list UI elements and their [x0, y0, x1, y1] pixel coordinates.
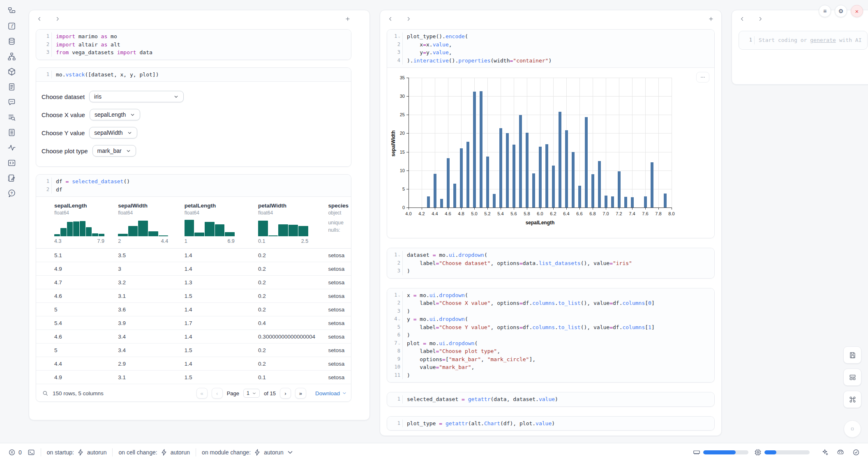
sidebar-item-scratchpad[interactable]	[5, 111, 18, 123]
choose-plot-type-select[interactable]: mark_bar	[92, 145, 136, 157]
code-editor[interactable]: 1⌄23dataset = mo.ui.dropdown( label="Cho…	[387, 248, 714, 278]
choose-dataset-select[interactable]: iris	[89, 91, 184, 102]
chevron-right-icon[interactable]	[53, 14, 62, 23]
code-editor[interactable]: 12df = selected_dataset()df	[36, 175, 351, 197]
table-row[interactable]: 53.41.50.2setosa	[36, 343, 351, 357]
run-mode-label: on module change:	[202, 449, 251, 456]
table-cell: 3.9	[116, 316, 183, 330]
table-row[interactable]: 4.63.11.50.2setosa	[36, 289, 351, 303]
shutdown-button[interactable]: ×	[851, 5, 863, 17]
sidebar-item-notebook[interactable]	[5, 172, 18, 184]
sidebar-item-dependency-graph[interactable]	[5, 51, 18, 62]
last-page-button[interactable]: »	[295, 388, 306, 399]
sidebar-item-variables[interactable]: f	[5, 20, 18, 32]
search-icon[interactable]	[42, 390, 48, 396]
command-palette-button[interactable]	[843, 391, 861, 408]
empty-cell-editor[interactable]: 1 Start coding or generate with AI	[739, 31, 868, 50]
fold-chevron-icon[interactable]: ⌄	[398, 339, 400, 348]
table-row[interactable]: 5.13.51.40.2setosa	[36, 249, 351, 262]
settings-button[interactable]: ⚙	[835, 5, 847, 17]
sidebar-item-help[interactable]: ?	[5, 187, 18, 199]
code-line: )	[407, 331, 714, 339]
sidebar-item-datasources[interactable]	[5, 35, 18, 47]
run-mode-on-cell-change[interactable]: on cell change:autorun	[118, 449, 190, 456]
sidebar-item-ai-chat[interactable]	[5, 96, 18, 108]
copilot-button[interactable]	[837, 449, 844, 456]
error-indicator[interactable]: 0	[8, 449, 22, 456]
chevron-left-icon[interactable]	[738, 14, 747, 23]
code-editor[interactable]: 1plot_type = getattr(alt.Chart(df), plot…	[387, 417, 714, 431]
previous-page-button[interactable]: ‹	[212, 388, 223, 399]
download-link[interactable]: Download	[315, 390, 347, 396]
close-icon: ×	[855, 8, 859, 15]
chevron-left-icon[interactable]	[386, 14, 395, 23]
line-number: 2	[46, 186, 49, 194]
column-header-species[interactable]: speciesobjectuniquenulls:	[326, 197, 351, 249]
next-page-button[interactable]: ›	[280, 388, 291, 399]
chart-bar	[486, 157, 489, 207]
table-cell: 4.6	[36, 289, 116, 303]
chevron-right-icon[interactable]	[404, 14, 413, 23]
page-select[interactable]: 1	[243, 389, 260, 398]
code-lines: dataset = mo.ui.dropdown( label="Choose …	[403, 251, 714, 275]
table-row[interactable]: 4.93.11.50.1setosa	[36, 371, 351, 384]
code-editor[interactable]: 1mo.vstack([dataset, x, y, plot])	[36, 68, 351, 82]
menu-button[interactable]: ≡	[819, 5, 831, 17]
altair-chart[interactable]: 051015202530354.04.24.44.64.85.05.25.45.…	[390, 71, 712, 237]
sidebar-item-tracing[interactable]	[5, 142, 18, 153]
chevron-right-icon[interactable]	[756, 14, 765, 23]
generate-with-ai-link[interactable]: generate	[810, 37, 836, 43]
table-row[interactable]: 4.931.40.2setosa	[36, 262, 351, 276]
y-tick	[406, 171, 409, 171]
ai-assist-button[interactable]	[821, 449, 829, 456]
table-cell: 0.2	[256, 262, 326, 276]
save-button[interactable]	[843, 346, 861, 364]
fold-chevron-icon[interactable]: ⌄	[398, 315, 400, 323]
run-mode-on-startup[interactable]: on startup:autorun	[47, 449, 107, 456]
code-editor[interactable]: 1selected_dataset = getattr(data, datase…	[387, 392, 714, 406]
table-row[interactable]: 5.43.91.70.4setosa	[36, 316, 351, 330]
sidebar-item-documentation[interactable]	[5, 127, 18, 138]
column-header-petalLength[interactable]: petalLengthfloat6416.9	[183, 197, 256, 249]
add-cell-icon[interactable]	[706, 14, 716, 23]
dataframe-output: sepalLengthfloat644.37.9sepalWidthfloat6…	[36, 197, 351, 401]
choose-y-value-select[interactable]: sepalWidth	[89, 127, 137, 138]
code-editor[interactable]: 1⌄234⌄567⌄891011x = mo.ui.dropdown( labe…	[387, 288, 714, 383]
code-line: label="Choose dataset", options=data.lis…	[407, 259, 714, 267]
code-editor[interactable]: 123import marimo as moimport altair as a…	[36, 30, 351, 60]
line-number-gutter: 1	[387, 395, 403, 403]
add-cell-icon[interactable]	[343, 14, 352, 23]
choose-x-value-select[interactable]: sepalLength	[90, 109, 140, 120]
fold-chevron-icon[interactable]: ⌄	[398, 251, 400, 259]
table-cell: 3.4	[116, 330, 183, 343]
fold-chevron-icon[interactable]: ⌄	[398, 32, 400, 41]
table-cell: 4.9	[36, 371, 116, 384]
chevron-left-icon[interactable]	[35, 14, 44, 23]
sidebar-item-file-explorer[interactable]	[5, 5, 18, 16]
bolt-icon	[77, 449, 84, 456]
table-cell: 3.2	[116, 276, 183, 289]
column-header-petalWidth[interactable]: petalWidthfloat640.12.5	[256, 197, 326, 249]
layout-button[interactable]	[843, 369, 861, 386]
y-tick-label: 0	[392, 205, 405, 210]
sidebar-item-snippets[interactable]	[5, 157, 18, 168]
connection-status-button[interactable]	[852, 449, 860, 456]
fold-chevron-icon[interactable]: ⌄	[398, 291, 400, 300]
stop-button[interactable]	[844, 420, 861, 438]
sidebar-item-packages[interactable]	[5, 66, 18, 77]
table-cell: 3.4	[116, 343, 183, 357]
code-editor[interactable]: 1⌄234plot_type().encode( x=x.value, y=y.…	[387, 30, 714, 68]
y-tick-label: 10	[392, 168, 405, 173]
sidebar-item-logs[interactable]	[5, 81, 18, 92]
table-row[interactable]: 4.63.41.40.30000000000000004setosa	[36, 330, 351, 343]
first-page-button[interactable]: «	[196, 388, 208, 399]
run-mode-on-module-change[interactable]: on module change:autorun	[202, 449, 294, 456]
floppy-icon	[849, 351, 856, 359]
help-icon: ?	[7, 189, 16, 198]
table-row[interactable]: 53.61.40.2setosa	[36, 303, 351, 316]
column-header-sepalLength[interactable]: sepalLengthfloat644.37.9	[36, 197, 116, 249]
table-row[interactable]: 4.42.91.40.2setosa	[36, 357, 351, 371]
table-row[interactable]: 4.73.21.30.2setosa	[36, 276, 351, 289]
column-header-sepalWidth[interactable]: sepalWidthfloat6424.4	[116, 197, 183, 249]
terminal-button[interactable]	[28, 449, 35, 456]
